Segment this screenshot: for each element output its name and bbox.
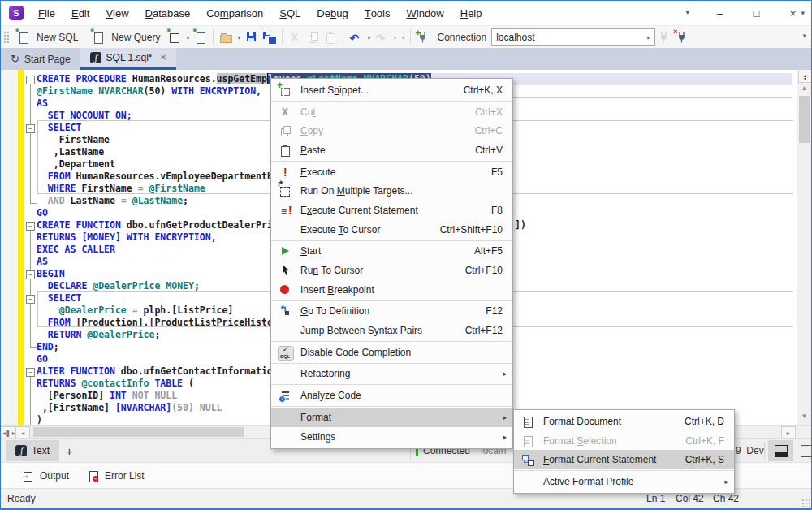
menu-item-format[interactable]: Format▸ <box>271 408 512 427</box>
code-line-20[interactable]: @DealerPrice = plph.[ListPrice] <box>37 305 233 317</box>
menubar-item-debug[interactable]: Debug <box>309 1 356 25</box>
code-line-19[interactable]: SELECT <box>37 292 81 305</box>
fold-collapse-icon[interactable]: – <box>26 270 35 279</box>
code-line-29[interactable]: ) <box>37 414 42 425</box>
chevron-down-icon[interactable]: ▾ <box>184 34 192 41</box>
fold-collapse-icon[interactable]: – <box>26 368 35 377</box>
close-button[interactable]: × <box>775 1 811 25</box>
fold-collapse-icon[interactable]: – <box>26 124 35 133</box>
vertical-scrollbar[interactable]: ▲▼ ▲ ▼ <box>797 70 811 425</box>
open-folder-button[interactable] <box>217 28 235 46</box>
menubar-item-comparison[interactable]: Comparison <box>198 1 271 25</box>
menu-item-go-to-definition[interactable]: ↰Go To DefinitionF12 <box>271 302 512 322</box>
code-line-18[interactable]: DECLARE @DealerPrice MONEY; <box>37 280 200 292</box>
code-line-10[interactable]: WHERE FirstName = @FirstName <box>37 183 205 195</box>
menubar-item-window[interactable]: Window <box>398 1 451 25</box>
menu-item-format-document[interactable]: Format DocumentCtrl+K, D <box>514 412 734 431</box>
chevron-down-icon[interactable]: ▾ <box>641 34 654 41</box>
menu-item-execute[interactable]: !ExecuteF5 <box>271 162 512 182</box>
menu-item-refactoring[interactable]: Refactoring▸ <box>271 365 512 384</box>
titlebar-chevron-down-icon[interactable]: ▾ <box>685 8 689 16</box>
menubar-item-edit[interactable]: Edit <box>63 1 97 25</box>
menubar-item-help[interactable]: Help <box>452 1 490 25</box>
new-sql-button[interactable]: *New SQL <box>9 27 84 48</box>
connection-combobox[interactable]: localhost▾ <box>491 28 655 46</box>
new-doc-button[interactable]: * <box>166 28 184 46</box>
add-tab-button[interactable]: + <box>59 440 80 461</box>
layout-split-button[interactable] <box>768 440 793 461</box>
copy-button[interactable] <box>304 28 322 46</box>
code-line-6[interactable]: FirstName <box>37 134 110 146</box>
menu-item-jump-between-syntax-pairs[interactable]: Jump Between Syntax PairsCtrl+F12 <box>271 321 512 340</box>
menu-item-run-on-multiple-targets[interactable]: ↱Run On Multiple Targets... <box>271 181 512 201</box>
menubar-item-database[interactable]: Database <box>137 1 199 25</box>
layout-full-button[interactable] <box>794 440 812 461</box>
menu-item-settings[interactable]: Settings▸ <box>271 427 512 447</box>
chevron-down-icon[interactable]: ▾ <box>365 34 373 41</box>
code-line-27[interactable]: [PersonID] INT NOT NULL <box>37 390 177 402</box>
code-line-21[interactable]: FROM [Production].[ProductListPriceHisto <box>37 317 273 329</box>
menubar-item-tools[interactable]: Tools <box>356 1 399 25</box>
code-line-23[interactable]: END; <box>37 341 59 353</box>
menubar-item-sql[interactable]: SQL <box>271 1 309 25</box>
menu-item-insert-breakpoint[interactable]: Insert Breakpoint <box>271 280 512 300</box>
tab-start-page[interactable]: ↻Start Page <box>1 48 80 70</box>
menu-item-active-format-profile[interactable]: Active Format Profile▸ <box>514 472 734 491</box>
menu-item-format-current-statement[interactable]: Format Current StatementCtrl+K, S <box>514 450 734 469</box>
menubar-item-view[interactable]: View <box>97 1 136 25</box>
paste-button[interactable] <box>322 28 339 46</box>
code-line-25[interactable]: ALTER FUNCTION dbo.ufnGetContactInformat… <box>37 365 273 378</box>
save-all-button[interactable] <box>261 28 279 46</box>
toolbar-overflow-chevron-icon[interactable]: ▾ <box>802 32 806 40</box>
tab-list-chevron-icon[interactable]: ▾ <box>801 9 805 17</box>
output-button[interactable]: → Output <box>22 463 69 489</box>
code-line-17[interactable]: BEGIN <box>37 268 65 280</box>
save-button[interactable] <box>243 28 261 46</box>
close-icon[interactable]: × <box>161 52 166 63</box>
menu-item-run-to-cursor[interactable]: Run To CursorCtrl+F10 <box>271 261 512 280</box>
vertical-scroll-thumb[interactable] <box>799 96 810 143</box>
menu-item-analyze-code[interactable]: iAnalyze Code <box>271 386 512 405</box>
code-line-7[interactable]: ,LastName <box>37 146 104 158</box>
code-line-2[interactable]: @FirstName NVARCHAR(50) WITH ENCRYPTION, <box>37 85 267 97</box>
fold-collapse-icon[interactable]: – <box>26 76 35 84</box>
horizontal-scroll-thumb[interactable] <box>33 427 244 437</box>
disconnect-plug-button[interactable]: × <box>673 28 691 46</box>
minimize-button[interactable]: – <box>702 1 738 25</box>
tab-sql-1-sql-[interactable]: ʃSQL 1.sql*× <box>80 48 176 70</box>
new-connection-button[interactable]: + <box>414 28 432 46</box>
connect-plug-button[interactable] <box>655 28 673 46</box>
menu-item-start[interactable]: StartAlt+F5 <box>271 242 512 261</box>
cut-button[interactable] <box>286 28 304 46</box>
menu-item-disable-code-completion[interactable]: ✓SQLDisable Code Completion <box>271 343 512 362</box>
tab-text[interactable]: ʃ Text <box>6 440 59 461</box>
code-line-9[interactable]: FROM HumanResources.vEmployeeDepartmentH <box>37 171 273 183</box>
redo-button[interactable]: ↷ <box>373 28 391 46</box>
menu-item-paste[interactable]: PasteCtrl+V <box>271 140 512 160</box>
menubar-item-file[interactable]: File <box>30 1 63 25</box>
resize-grip[interactable] <box>801 499 810 507</box>
code-line-11[interactable]: AND LastName = @LastName; <box>37 195 188 207</box>
chevron-down-icon[interactable]: ▾ <box>399 34 407 41</box>
code-line-5[interactable]: SELECT <box>37 122 81 134</box>
code-line-15[interactable]: EXEC AS CALLER <box>37 244 115 256</box>
menu-item-execute-current-statement[interactable]: ≡!Execute Current StatementF8 <box>271 201 512 220</box>
code-line-22[interactable]: RETURN @DealerPrice; <box>37 329 160 341</box>
code-line-14[interactable]: RETURNS [MONEY] WITH ENCRYPTION, <box>37 231 217 244</box>
fold-collapse-icon[interactable]: – <box>26 295 35 304</box>
scroll-down-icon[interactable]: ▼ <box>799 411 810 421</box>
code-line-13[interactable]: CREATE FUNCTION dbo.ufnGetProductDealerP… <box>37 219 273 231</box>
code-line-12[interactable]: GO <box>37 207 48 219</box>
chevron-down-icon[interactable]: ▾ <box>391 34 399 41</box>
code-line-24[interactable]: GO <box>37 353 48 365</box>
error-list-button[interactable]: × Error List <box>87 463 145 489</box>
code-line-8[interactable]: ,Department <box>37 158 115 171</box>
code-line-16[interactable]: AS <box>37 256 48 268</box>
new-file-button[interactable]: * <box>192 28 209 46</box>
scroll-up-icon[interactable]: ▲ <box>799 83 810 93</box>
new-query-button[interactable]: *New Query <box>84 27 166 48</box>
maximize-button[interactable]: □ <box>738 1 775 25</box>
code-line-26[interactable]: RETURNS @contactInfo TABLE ( <box>37 378 194 390</box>
toolbar-grip[interactable] <box>2 30 9 45</box>
fold-collapse-icon[interactable]: – <box>26 222 35 231</box>
